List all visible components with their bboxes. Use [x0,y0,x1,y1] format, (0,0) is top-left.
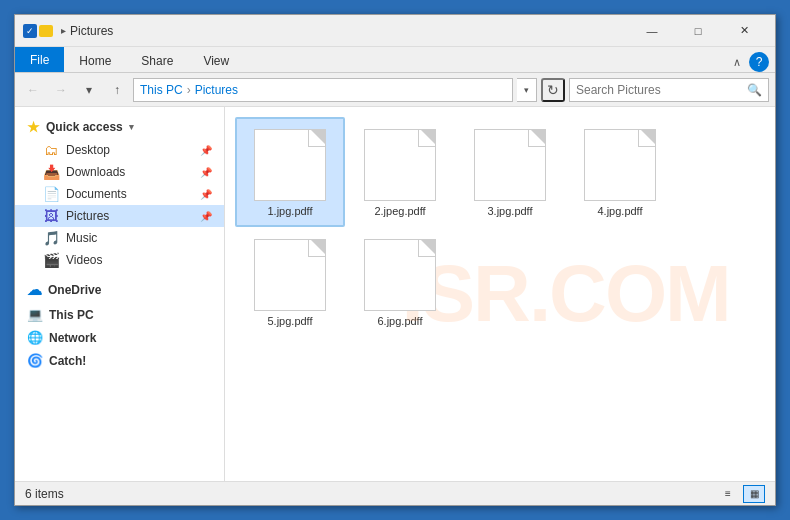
file-fold-icon [421,240,435,254]
file-fold-icon [421,130,435,144]
up-button[interactable]: ↑ [105,78,129,102]
explorer-window: ✓ ▸ Pictures — □ ✕ File Home Share View … [14,14,776,506]
grid-view-button[interactable]: ▦ [743,485,765,503]
titlebar-arrow: ▸ [61,25,66,36]
maximize-button[interactable]: □ [675,15,721,47]
help-button[interactable]: ? [749,52,769,72]
minimize-button[interactable]: — [629,15,675,47]
sidebar-section-thispc[interactable]: 💻 This PC [15,303,224,326]
file-item[interactable]: 3.jpg.pdff [455,117,565,227]
sidebar-label-videos: Videos [66,253,102,267]
titlebar-breadcrumb: ▸ Pictures [61,24,113,38]
recent-locations-button[interactable]: ▾ [77,78,101,102]
file-name: 5.jpg.pdff [267,315,312,327]
file-item[interactable]: 5.jpg.pdff [235,227,345,337]
search-icon[interactable]: 🔍 [747,83,762,97]
tab-share[interactable]: Share [126,49,188,72]
file-name: 3.jpg.pdff [487,205,532,217]
close-button[interactable]: ✕ [721,15,767,47]
back-button[interactable]: ← [21,78,45,102]
network-label: Network [49,331,96,345]
list-view-button[interactable]: ≡ [717,485,739,503]
file-fold-icon [311,240,325,254]
ribbon-tabs: File Home Share View ∧ ? [15,47,775,73]
onedrive-icon: ☁ [27,281,42,299]
network-icon: 🌐 [27,330,43,345]
address-path[interactable]: This PC › Pictures [133,78,513,102]
ribbon-right: ∧ ? [729,52,769,72]
file-name: 4.jpg.pdff [597,205,642,217]
file-thumbnail [364,129,436,201]
sidebar-item-desktop[interactable]: 🗂 Desktop 📌 [15,139,224,161]
titlebar-controls: — □ ✕ [629,15,767,47]
tab-view[interactable]: View [188,49,244,72]
file-thumbnail [474,129,546,201]
file-fold-icon [311,130,325,144]
file-fold-icon [531,130,545,144]
file-thumbnail [364,239,436,311]
sidebar-item-videos[interactable]: 🎬 Videos [15,249,224,271]
search-input[interactable] [576,83,747,97]
file-name: 1.jpg.pdff [267,205,312,217]
sidebar-label-music: Music [66,231,97,245]
titlebar-title: Pictures [70,24,113,38]
quick-access-arrow-icon: ▾ [129,122,134,132]
file-fold-icon [641,130,655,144]
catch-icon: 🌀 [27,353,43,368]
sidebar-item-downloads[interactable]: 📥 Downloads 📌 [15,161,224,183]
music-icon: 🎵 [43,230,59,246]
window-icon: ✓ [23,24,53,38]
breadcrumb-pictures[interactable]: Pictures [195,83,238,97]
sidebar-section-catch[interactable]: 🌀 Catch! [15,349,224,372]
quick-access-star-icon: ★ [27,119,40,135]
ribbon-collapse-button[interactable]: ∧ [729,54,745,71]
file-item[interactable]: 6.jpg.pdff [345,227,455,337]
tab-file[interactable]: File [15,47,64,72]
catch-label: Catch! [49,354,86,368]
forward-button[interactable]: → [49,78,73,102]
sidebar-label-documents: Documents [66,187,127,201]
address-dropdown[interactable]: ▾ [517,78,537,102]
pictures-icon: 🖼 [43,208,59,224]
sidebar-section-onedrive[interactable]: ☁ OneDrive [15,277,224,303]
file-name: 2.jpeg.pdff [374,205,425,217]
addressbar: ← → ▾ ↑ This PC › Pictures ▾ ↻ 🔍 [15,73,775,107]
statusbar-view-controls: ≡ ▦ [717,485,765,503]
file-thumbnail [254,239,326,311]
sidebar-item-music[interactable]: 🎵 Music [15,227,224,249]
refresh-button[interactable]: ↻ [541,78,565,102]
videos-icon: 🎬 [43,252,59,268]
search-box[interactable]: 🔍 [569,78,769,102]
statusbar: 6 items ≡ ▦ [15,481,775,505]
title-icon-yellow [39,25,53,37]
sidebar-label-downloads: Downloads [66,165,125,179]
sidebar-section-network[interactable]: 🌐 Network [15,326,224,349]
file-item[interactable]: 4.jpg.pdff [565,117,675,227]
sidebar: ★ Quick access ▾ 🗂 Desktop 📌 📥 Downloads… [15,107,225,481]
main-area: ★ Quick access ▾ 🗂 Desktop 📌 📥 Downloads… [15,107,775,481]
pictures-pin-icon: 📌 [200,211,212,222]
file-area: ISR.COM 1.jpg.pdff 2.jpeg.pdff [225,107,775,481]
file-item[interactable]: 2.jpeg.pdff [345,117,455,227]
downloads-pin-icon: 📌 [200,167,212,178]
quick-access-label: Quick access [46,120,123,134]
tab-home[interactable]: Home [64,49,126,72]
documents-pin-icon: 📌 [200,189,212,200]
sidebar-item-pictures[interactable]: 🖼 Pictures 📌 [15,205,224,227]
documents-icon: 📄 [43,186,59,202]
downloads-icon: 📥 [43,164,59,180]
thispc-label: This PC [49,308,94,322]
desktop-pin-icon: 📌 [200,145,212,156]
sidebar-label-pictures: Pictures [66,209,109,223]
sidebar-section-quick-access[interactable]: ★ Quick access ▾ [15,115,224,139]
title-icon-blue: ✓ [23,24,37,38]
onedrive-label: OneDrive [48,283,101,297]
breadcrumb-thispc[interactable]: This PC [140,83,183,97]
thispc-icon: 💻 [27,307,43,322]
file-item[interactable]: 1.jpg.pdff [235,117,345,227]
file-thumbnail [254,129,326,201]
item-count: 6 items [25,487,64,501]
desktop-icon: 🗂 [43,142,59,158]
sidebar-item-documents[interactable]: 📄 Documents 📌 [15,183,224,205]
file-thumbnail [584,129,656,201]
